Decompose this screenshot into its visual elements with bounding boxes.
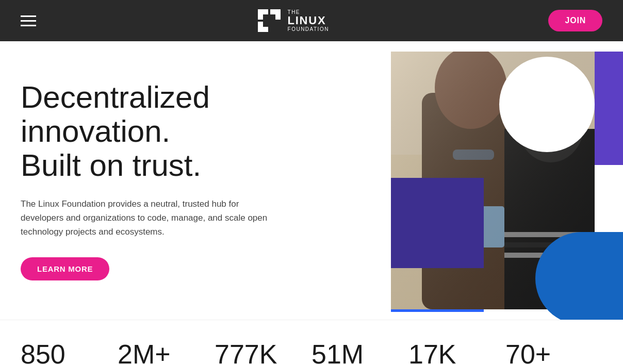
hero-description: The Linux Foundation provides a neutral,…: [21, 197, 268, 239]
hero-title: Decentralized innovation. Built on trust…: [21, 80, 268, 183]
header: THE LINUX FOUNDATION JOIN: [0, 0, 623, 41]
stat-number: 850: [21, 341, 107, 364]
navy-circle-shape: [535, 232, 623, 320]
stat-item: 17Kcontributingorganizations›: [408, 341, 505, 364]
learn-more-button[interactable]: LEARN MORE: [21, 257, 109, 280]
svg-rect-4: [263, 14, 268, 20]
stat-item: 2M+developerstrained›: [118, 341, 215, 364]
stat-item: 51Mlines of codeadded weekly›: [312, 341, 408, 364]
hamburger-menu[interactable]: [21, 15, 36, 26]
logo-icon: [256, 7, 283, 34]
dark-purple-rect-shape: [391, 178, 484, 268]
svg-rect-5: [270, 14, 275, 20]
stat-number: 51M: [312, 341, 398, 364]
white-circle-shape: [499, 57, 595, 152]
stats-section: 850open sourceprojects›2M+developerstrai…: [0, 320, 623, 364]
logo[interactable]: THE LINUX FOUNDATION: [256, 7, 329, 34]
stat-item: 70+upcomingevents›: [505, 341, 602, 364]
stat-number: 2M+: [118, 341, 204, 364]
stat-number: 17K: [408, 341, 495, 364]
logo-text: THE LINUX FOUNDATION: [288, 9, 329, 32]
stat-item: 777Kdeveloperscontributing code›: [215, 341, 312, 364]
stat-item: 850open sourceprojects›: [21, 341, 118, 364]
stat-number: 70+: [505, 341, 592, 364]
join-button[interactable]: JOIN: [548, 10, 602, 31]
svg-rect-6: [263, 22, 268, 27]
hero-section: Decentralized innovation. Built on trust…: [0, 41, 623, 320]
hero-image-area: [334, 41, 623, 320]
stat-number: 777K: [215, 341, 301, 364]
hero-text-area: Decentralized innovation. Built on trust…: [0, 49, 289, 312]
